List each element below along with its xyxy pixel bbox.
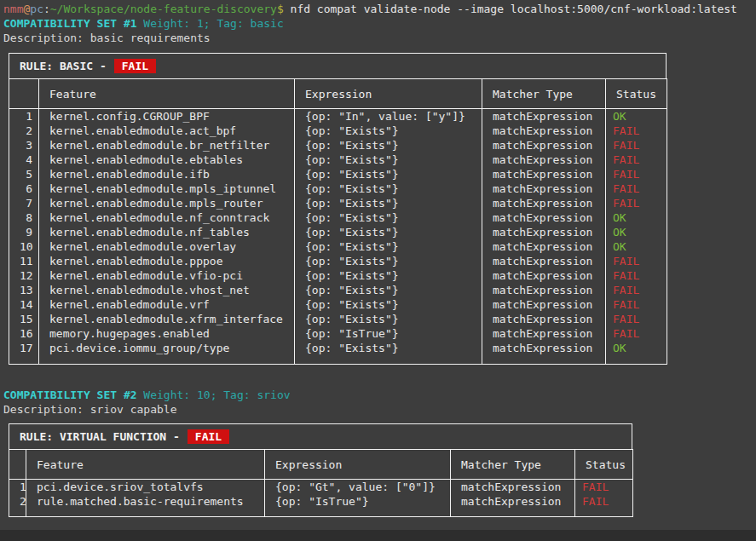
column-header-feature: Feature	[39, 79, 295, 109]
matcher-cell: matchExpression	[482, 239, 606, 254]
status-cell: OK	[606, 210, 667, 225]
table-row: 17 pci.device.iommu_group/type {op: "Exi…	[9, 341, 667, 365]
expression-cell: {op: "In", value: ["y"]}	[295, 109, 482, 124]
rule-status-badge: FAIL	[114, 59, 156, 73]
set-title: COMPATIBILITY SET #1	[3, 17, 137, 30]
column-header-status: Status	[606, 79, 667, 109]
expression-cell: {op: "Exists"}	[295, 153, 482, 167]
table-row: 16 memory.hugepages.enabled {op: "IsTrue…	[9, 326, 667, 341]
terminal-bottom-edge	[0, 530, 756, 541]
rule-header: RULE: BASIC - FAIL	[9, 53, 667, 79]
expression-cell: {op: "Exists"}	[295, 283, 482, 297]
expression-cell: {op: "Exists"}	[295, 254, 482, 268]
row-number: 2	[9, 124, 39, 138]
set-title: COMPATIBILITY SET #2	[3, 388, 137, 401]
matcher-cell: matchExpression	[482, 181, 606, 196]
row-number: 1	[9, 480, 26, 495]
feature-cell: rule.matched.basic-requirements	[26, 494, 265, 517]
expression-cell: {op: "Exists"}	[295, 225, 482, 239]
row-number: 5	[9, 167, 39, 181]
rule-header: RULE: VIRTUAL FUNCTION - FAIL	[9, 423, 632, 450]
rule-label: RULE: VIRTUAL FUNCTION -	[20, 429, 180, 444]
feature-cell: kernel.enabledmodule.nf_tables	[39, 225, 295, 239]
row-number: 10	[9, 239, 39, 254]
table-row: 8 kernel.enabledmodule.nf_conntrack {op:…	[9, 210, 667, 225]
table-row: 1 kernel.config.CGROUP_BPF {op: "In", va…	[9, 109, 667, 124]
compatibility-set-2-header: COMPATIBILITY SET #2 Weight: 10; Tag: sr…	[3, 388, 756, 402]
prompt-user: nmm	[3, 3, 23, 15]
status-cell: FAIL	[606, 283, 667, 297]
status-cell: OK	[606, 341, 667, 365]
feature-cell: kernel.enabledmodule.vfio-pci	[39, 268, 295, 283]
status-cell: FAIL	[606, 297, 667, 312]
row-number: 7	[9, 196, 39, 210]
status-cell: FAIL	[606, 124, 667, 138]
table-row: 13 kernel.enabledmodule.vhost_net {op: "…	[9, 283, 667, 297]
matcher-cell: matchExpression	[451, 494, 575, 517]
table-row: 9 kernel.enabledmodule.nf_tables {op: "E…	[9, 225, 667, 239]
status-cell: FAIL	[575, 494, 633, 517]
matcher-cell: matchExpression	[482, 138, 606, 153]
expression-cell: {op: "IsTrue"}	[295, 326, 482, 341]
row-number: 15	[9, 312, 39, 326]
table-row: 1 pci.device.sriov_totalvfs {op: "Gt", v…	[9, 480, 633, 495]
command-text: nfd compat validate-node --image localho…	[291, 3, 737, 15]
expression-cell: {op: "Exists"}	[295, 341, 482, 365]
feature-cell: kernel.config.CGROUP_BPF	[39, 109, 295, 124]
table-row: 12 kernel.enabledmodule.vfio-pci {op: "E…	[9, 268, 667, 283]
matcher-cell: matchExpression	[482, 268, 606, 283]
column-header-expression: Expression	[295, 79, 482, 109]
feature-table: Feature Expression Matcher Type Status 1…	[9, 78, 667, 365]
table-row: 6 kernel.enabledmodule.mpls_iptunnel {op…	[9, 181, 667, 196]
expression-cell: {op: "Exists"}	[295, 210, 482, 225]
row-number: 11	[9, 254, 39, 268]
feature-cell: pci.device.iommu_group/type	[39, 341, 295, 365]
feature-cell: kernel.enabledmodule.vhost_net	[39, 283, 295, 297]
row-number: 2	[9, 494, 26, 517]
matcher-cell: matchExpression	[482, 312, 606, 326]
set-meta: Weight: 1; Tag: basic	[137, 17, 284, 30]
matcher-cell: matchExpression	[482, 210, 606, 225]
feature-cell: kernel.enabledmodule.ebtables	[39, 153, 295, 167]
terminal-screen[interactable]: nmm@pc:~/Workspace/node-feature-discover…	[0, 0, 756, 541]
row-number: 8	[9, 210, 39, 225]
row-number: 17	[9, 341, 39, 365]
feature-cell: memory.hugepages.enabled	[39, 326, 295, 341]
table-row: 2 kernel.enabledmodule.act_bpf {op: "Exi…	[9, 124, 667, 138]
set-meta: Weight: 10; Tag: sriov	[137, 388, 291, 401]
table-row: 2 rule.matched.basic-requirements {op: "…	[9, 494, 633, 517]
feature-cell: kernel.enabledmodule.vrf	[39, 297, 295, 312]
column-header-matcher: Matcher Type	[451, 450, 575, 480]
status-cell: FAIL	[606, 326, 667, 341]
table-row: 7 kernel.enabledmodule.mpls_router {op: …	[9, 196, 667, 210]
status-cell: OK	[606, 225, 667, 239]
table-row: 3 kernel.enabledmodule.br_netfilter {op:…	[9, 138, 667, 153]
column-header-status: Status	[575, 450, 633, 480]
status-cell: FAIL	[606, 268, 667, 283]
status-cell: FAIL	[606, 181, 667, 196]
feature-cell: kernel.enabledmodule.act_bpf	[39, 124, 295, 138]
matcher-cell: matchExpression	[482, 196, 606, 210]
row-number: 12	[9, 268, 39, 283]
rule-table-basic: RULE: BASIC - FAIL Feature Expression Ma…	[9, 53, 756, 365]
feature-cell: kernel.enabledmodule.mpls_iptunnel	[39, 181, 295, 196]
set-description: Description: basic requirements	[3, 31, 756, 45]
feature-cell: kernel.enabledmodule.nf_conntrack	[39, 210, 295, 225]
table-row: 4 kernel.enabledmodule.ebtables {op: "Ex…	[9, 153, 667, 167]
row-number: 6	[9, 181, 39, 196]
status-cell: OK	[606, 109, 667, 124]
column-header-expression: Expression	[265, 450, 451, 480]
status-cell: FAIL	[575, 480, 633, 495]
expression-cell: {op: "Exists"}	[295, 297, 482, 312]
status-cell: FAIL	[606, 312, 667, 326]
feature-cell: kernel.enabledmodule.xfrm_interface	[39, 312, 295, 326]
rule-table-virtual-function: RULE: VIRTUAL FUNCTION - FAIL Feature Ex…	[9, 423, 756, 517]
expression-cell: {op: "IsTrue"}	[265, 494, 451, 517]
prompt-host: pc	[30, 3, 43, 15]
expression-cell: {op: "Exists"}	[295, 268, 482, 283]
matcher-cell: matchExpression	[482, 167, 606, 181]
feature-cell: kernel.enabledmodule.ifb	[39, 167, 295, 181]
feature-table: Feature Expression Matcher Type Status 1…	[9, 449, 633, 517]
column-header-matcher: Matcher Type	[482, 79, 606, 109]
row-number: 13	[9, 283, 39, 297]
